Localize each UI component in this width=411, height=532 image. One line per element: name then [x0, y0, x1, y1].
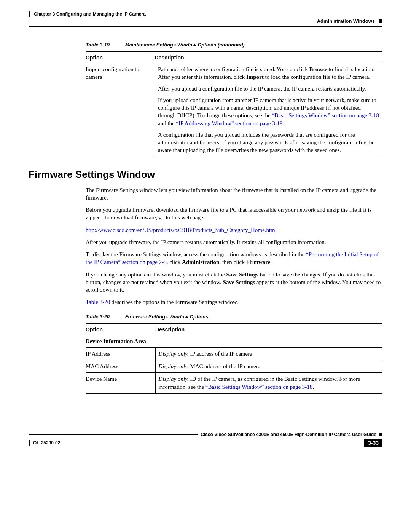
link-basic-settings-3-18[interactable]: “Basic Settings Window” section on page …: [272, 112, 379, 118]
table-20-subhead: Device Information Area: [86, 335, 382, 347]
body-text: The Firmware Settings window lets you vi…: [86, 186, 382, 306]
table-20-title: Firmware Settings Window Options: [125, 314, 209, 320]
table-19-desc-cell: Path and folder where a configuration fi…: [155, 63, 383, 157]
header-rule: [29, 26, 382, 27]
header-bar-icon: [29, 11, 30, 17]
body-p1: The Firmware Settings window lets you vi…: [86, 186, 382, 202]
footer-docnum: OL-25230-02: [33, 440, 60, 446]
t19-p2: After you upload a configuration file to…: [158, 85, 379, 93]
body-p2: Before you upgrade firmware, download th…: [86, 206, 382, 222]
t20-row2-desc: Display only. MAC address of the IP came…: [155, 360, 382, 373]
table-19: Option Description Import configuration …: [86, 51, 382, 157]
t19-p4: A configuration file that you upload inc…: [158, 131, 379, 154]
table-19-title: Maintenance Settings Window Options (con…: [125, 42, 245, 48]
running-header-left: Chapter 3 Configuring and Managing the I…: [29, 11, 382, 17]
table-20: Option Description Device Information Ar…: [86, 323, 382, 394]
table-20-col-option: Option: [86, 324, 155, 335]
body-p5: To display the Firmware Settings window,…: [86, 251, 382, 266]
body-p3: http://www.cisco.com/en/US/products/ps69…: [86, 226, 382, 234]
page-number: 3-33: [364, 439, 382, 447]
link-table-3-20[interactable]: Table 3-20: [86, 299, 110, 305]
t20-row3-desc: Display only. ID of the IP camera, as co…: [155, 373, 382, 393]
table-20-col-description: Description: [155, 324, 382, 335]
t20-row2-opt: MAC Address: [86, 360, 155, 373]
header-square-icon: [379, 19, 382, 23]
link-ip-addressing-3-19[interactable]: “IP Addressing Window” section on page 3…: [176, 120, 282, 126]
footer-bar-icon: [29, 440, 30, 446]
t20-row3-opt: Device Name: [86, 373, 155, 393]
running-header-right: Administration Windows: [29, 18, 382, 24]
chapter-label: Chapter 3 Configuring and Managing the I…: [34, 11, 146, 17]
t20-row1-opt: IP Address: [86, 347, 155, 360]
table-20-caption: Table 3-20 Firmware Settings Window Opti…: [86, 314, 382, 320]
footer-square-icon: [379, 433, 382, 436]
page-footer: Cisco Video Surveillance 4300E and 4500E…: [29, 432, 382, 447]
table-19-col-option: Option: [86, 52, 155, 63]
t19-p1: Path and folder where a configuration fi…: [158, 66, 379, 81]
table-19-caption: Table 3-19 Maintenance Settings Window O…: [86, 42, 382, 48]
table-19-number: Table 3-19: [86, 42, 124, 48]
footer-guide-title: Cisco Video Surveillance 4300E and 4500E…: [201, 432, 376, 437]
footer-rule: [29, 434, 198, 435]
table-19-option-cell: Import configuration to camera: [86, 63, 155, 157]
t19-p3: If you upload configuration from another…: [158, 96, 379, 127]
section-label: Administration Windows: [317, 18, 375, 24]
body-p4: After you upgrade firmware, the IP camer…: [86, 238, 382, 246]
heading-firmware-settings-window: Firmware Settings Window: [29, 169, 382, 181]
table-19-col-description: Description: [155, 52, 383, 63]
table-20-number: Table 3-20: [86, 314, 124, 320]
body-p7: Table 3-20 describes the options in the …: [86, 298, 382, 306]
body-p6: If you change any options in this window…: [86, 271, 382, 294]
t20-row1-desc: Display only. IP address of the IP camer…: [155, 347, 382, 360]
link-cisco-firmware-url[interactable]: http://www.cisco.com/en/US/products/ps69…: [86, 227, 277, 233]
link-basic-settings-3-18-b[interactable]: “Basic Settings Window” section on page …: [206, 384, 313, 390]
